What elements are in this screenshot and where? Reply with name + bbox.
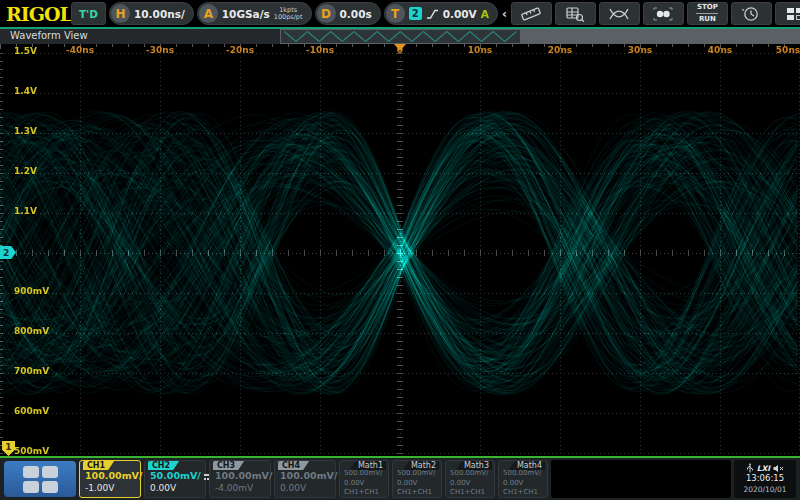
math1-tab: Math1 xyxy=(350,461,386,470)
toolbar-scroll-left-icon[interactable]: ‹ xyxy=(501,7,508,21)
ch1-tab: CH1 xyxy=(83,461,114,470)
trigger-control[interactable]: T 2 0.00V A xyxy=(384,2,498,25)
time-axis-label: 30ns xyxy=(628,45,652,55)
channel-block-ch3[interactable]: CH3 100.00mV/ -4.00mV xyxy=(209,460,271,498)
ch2-scale: 50.00mV/ xyxy=(150,470,201,482)
ch4-offset: 0.00V xyxy=(280,482,332,495)
horizontal-scale-value: 10.00ns/ xyxy=(134,8,185,20)
math3-expression: CH1+CH1 xyxy=(450,488,492,498)
run-label: RUN xyxy=(699,15,716,24)
voltage-axis-label: 1.1V xyxy=(14,206,37,216)
message-area xyxy=(551,460,731,498)
lxi-logo: LXI xyxy=(757,463,770,474)
speaker-muted-icon xyxy=(773,464,784,473)
ch3-offset: -4.00mV xyxy=(215,482,267,495)
trigger-mode-label: A xyxy=(481,8,489,20)
clock-date: 2020/10/01 xyxy=(743,484,786,495)
ch4-tab: CH4 xyxy=(278,461,309,470)
status-icons: LXI xyxy=(746,463,784,473)
trigger-badge: T xyxy=(386,4,405,23)
time-axis-label: 10ns xyxy=(468,45,492,55)
search-grid-icon xyxy=(562,5,588,23)
math2-scale: 500.00mV/ xyxy=(397,469,439,479)
math2-tab: Math2 xyxy=(403,461,439,470)
memory-depth-stack: 1kpts 100ps/pt xyxy=(274,7,303,21)
math1-scale: 500.00mV/ xyxy=(344,469,386,479)
eye-diagram-icon xyxy=(606,5,632,23)
rigol-logo: RIGOL xyxy=(6,3,68,25)
time-axis-label: -40ns xyxy=(66,45,94,55)
stop-run-divider xyxy=(696,13,718,14)
voltage-axis-label: 600mV xyxy=(14,406,49,416)
history-clock-icon xyxy=(738,5,764,23)
trigger-status-label: T'D xyxy=(79,8,98,20)
math4-expression: CH1+CH1 xyxy=(503,488,545,498)
ch4-scale: 100.00mV/ xyxy=(280,470,337,482)
math3-offset: 0.00V xyxy=(450,479,492,489)
ch3-scale: 100.00mV/ xyxy=(215,470,272,482)
rising-edge-icon xyxy=(426,8,439,20)
time-axis-label: -20ns xyxy=(226,45,254,55)
math3-tab: Math3 xyxy=(456,461,492,470)
windows-layout-icon xyxy=(782,5,800,23)
math2-offset: 0.00V xyxy=(397,479,439,489)
ch3-tab: CH3 xyxy=(213,461,244,470)
voltage-axis-label: 1.5V xyxy=(14,46,37,56)
nav-square-icon xyxy=(23,466,39,478)
waveform-view-tab[interactable]: Waveform View xyxy=(0,29,280,44)
voltage-axis-label: 1.2V xyxy=(14,166,37,176)
function-navigation-button[interactable] xyxy=(4,461,76,497)
ch1-offset: -1.00V xyxy=(85,482,137,495)
eye-mask-button[interactable] xyxy=(643,2,684,25)
math1-offset: 0.00V xyxy=(344,479,386,489)
horizontal-delay-control[interactable]: D 0.00s xyxy=(315,2,381,25)
nav-square-icon xyxy=(23,481,39,493)
nav-square-icon xyxy=(42,466,58,478)
time-axis-label: 50ns xyxy=(776,45,800,55)
search-button[interactable] xyxy=(555,2,596,25)
voltage-axis-label: 900mV xyxy=(14,286,49,296)
acquisition-badge: A xyxy=(199,4,218,23)
math-block-math1[interactable]: Math1 500.00mV/ 0.00V CH1+CH1 xyxy=(339,460,389,498)
timebase-overview-canvas xyxy=(280,29,800,44)
windows-layout-button[interactable] xyxy=(775,2,800,25)
acquisition-control[interactable]: A 10GSa/s 1kpts 100ps/pt xyxy=(197,2,312,25)
ruler-icon xyxy=(518,5,544,23)
waveform-display-area[interactable]: -40ns-30ns-20ns-10ns010ns20ns30ns40ns50n… xyxy=(0,44,800,456)
trigger-level-value: 0.00V xyxy=(443,8,477,20)
voltage-axis-label: 1.3V xyxy=(14,126,37,136)
voltage-axis-label: 800mV xyxy=(14,326,49,336)
trigger-status-button[interactable]: T'D xyxy=(71,2,106,25)
math-block-math4[interactable]: Math4 500.00mV/ 0.00V CH1+CH1 xyxy=(498,460,548,498)
time-axis-label: -10ns xyxy=(306,45,334,55)
math2-expression: CH1+CH1 xyxy=(397,488,439,498)
time-axis-label: 20ns xyxy=(548,45,572,55)
sample-rate-value: 10GSa/s xyxy=(222,8,270,20)
eye-diagram-button[interactable] xyxy=(599,2,640,25)
math-block-math2[interactable]: Math2 500.00mV/ 0.00V CH1+CH1 xyxy=(392,460,442,498)
math-block-math3[interactable]: Math3 500.00mV/ 0.00V CH1+CH1 xyxy=(445,460,495,498)
history-button[interactable] xyxy=(731,2,772,25)
eye-mask-icon xyxy=(650,5,676,23)
math4-scale: 500.00mV/ xyxy=(503,469,545,479)
time-axis-label: 40ns xyxy=(708,45,732,55)
measure-button[interactable] xyxy=(511,2,552,25)
status-block[interactable]: LXI 13:06:15 2020/10/01 xyxy=(734,460,796,498)
math4-tab: Math4 xyxy=(509,461,545,470)
usb-icon xyxy=(746,463,754,473)
math4-offset: 0.00V xyxy=(503,479,545,489)
ch2-tab: CH2 xyxy=(148,461,179,470)
channel-block-ch4[interactable]: CH4 100.00mV/ 0.00V xyxy=(274,460,336,498)
timebase-overview-strip[interactable] xyxy=(280,29,800,44)
channel-block-ch1[interactable]: CH1 100.00mV/ Ω -1.00V xyxy=(79,460,141,498)
horizontal-scale-control[interactable]: H 10.00ns/ xyxy=(109,2,194,25)
channel-block-ch2[interactable]: CH2 50.00mV/ Ω 0.00V xyxy=(144,460,206,498)
sub-bar: Waveform View xyxy=(0,29,800,44)
trigger-source-badge: 2 xyxy=(409,7,422,20)
waveform-canvas xyxy=(0,44,800,456)
top-bar: RIGOL T'D H 10.00ns/ A 10GSa/s 1kpts 100… xyxy=(0,0,800,27)
stop-run-button[interactable]: STOP RUN xyxy=(687,2,728,25)
voltage-axis-label: 700mV xyxy=(14,366,49,376)
oscilloscope-app: RIGOL T'D H 10.00ns/ A 10GSa/s 1kpts 100… xyxy=(0,0,800,500)
time-axis-label: -30ns xyxy=(146,45,174,55)
